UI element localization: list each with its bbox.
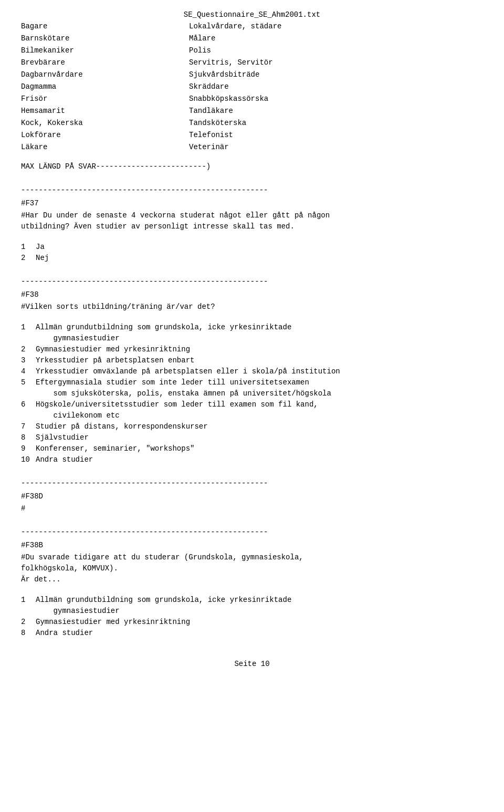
f38-num-7: 8 (21, 432, 32, 443)
f38-answer-0: 1 Allmän grundutbildning som grundskola,… (21, 322, 483, 344)
f38b-answer-2: 8 Andra studier (21, 628, 483, 639)
f38-answer-2: 3 Yrkesstudier på arbetsplatsen enbart (21, 355, 483, 366)
occ-left-10: Läkare (21, 142, 189, 153)
f37-num-0: 1 (21, 242, 32, 253)
f38b-answer-1: 2 Gymnasiestudier med yrkesinriktning (21, 617, 483, 628)
f38-text-3: Yrkesstudier omväxlande på arbetsplatsen… (36, 366, 483, 377)
f38b-text-2: Andra studier (36, 628, 483, 639)
f38-answer-1: 2 Gymnasiestudier med yrkesinriktning (21, 344, 483, 355)
f38-question: #Vilken sorts utbildning/träning är/var … (21, 301, 483, 313)
occ-right-3: Servitris, Servitör (189, 57, 483, 68)
occ-left-8: Kock, Kokerska (21, 118, 189, 129)
f38b-divider: ----------------------------------------… (21, 527, 483, 538)
f37-divider: ----------------------------------------… (21, 185, 483, 196)
f38-num-0: 1 (21, 322, 32, 344)
f38b-answers: 1 Allmän grundutbildning som grundskola,… (21, 595, 483, 639)
f37-answer-1: 2 Nej (21, 253, 483, 264)
f37-question: #Har Du under de senaste 4 veckorna stud… (21, 210, 483, 232)
f37-text-0: Ja (36, 242, 483, 253)
f38-id: #F38 (21, 289, 483, 300)
f38-text-4: Eftergymnasiala studier som inte leder t… (36, 377, 483, 399)
f38-num-2: 3 (21, 355, 32, 366)
f38-text-5: Högskole/universitetsstudier som leder t… (36, 399, 483, 421)
f38d-divider: ----------------------------------------… (21, 478, 483, 489)
filename: SE_Questionnaire_SE_Ahm2001.txt (184, 11, 320, 19)
occ-left-6: Frisör (21, 93, 189, 105)
f38-text-8: Konferenser, seminarier, "workshops" (36, 443, 483, 454)
occ-left-4: Dagbarnvårdare (21, 69, 189, 80)
f38-answer-4: 5 Eftergymnasiala studier som inte leder… (21, 377, 483, 399)
section-f38: ----------------------------------------… (21, 276, 483, 465)
occ-right-1: Målare (189, 33, 483, 44)
f38b-num-0: 1 (21, 595, 32, 617)
section-f37: ----------------------------------------… (21, 185, 483, 264)
f38-answer-7: 8 Självstudier (21, 432, 483, 443)
occ-left-3: Brevbärare (21, 57, 189, 68)
page-footer: Seite 10 (21, 660, 483, 668)
occ-right-9: Telefonist (189, 130, 483, 141)
occ-right-10: Veterinär (189, 142, 483, 153)
f38-num-5: 6 (21, 399, 32, 421)
f38d-body: # (21, 503, 483, 514)
f38-text-7: Självstudier (36, 432, 483, 443)
f38-num-9: 10 (21, 454, 32, 465)
f38-num-4: 5 (21, 377, 32, 399)
section-f38d: ----------------------------------------… (21, 478, 483, 514)
f38b-num-1: 2 (21, 617, 32, 628)
f38-num-8: 9 (21, 443, 32, 454)
occ-right-4: Sjukvårdsbiträde (189, 69, 483, 80)
occ-right-8: Tandsköterska (189, 118, 483, 129)
f38-answer-3: 4 Yrkesstudier omväxlande på arbetsplats… (21, 366, 483, 377)
occ-right-6: Snabbköpskassörska (189, 93, 483, 105)
f38-answer-8: 9 Konferenser, seminarier, "workshops" (21, 443, 483, 454)
f38-answer-5: 6 Högskole/universitetsstudier som leder… (21, 399, 483, 421)
occ-right-0: Lokalvårdare, städare (189, 21, 483, 32)
f38d-id: #F38D (21, 491, 483, 502)
occ-left-7: Hemsamarit (21, 106, 189, 117)
page-content: SE_Questionnaire_SE_Ahm2001.txt Bagare L… (21, 11, 483, 668)
f38-divider: ----------------------------------------… (21, 276, 483, 287)
f38b-text-1: Gymnasiestudier med yrkesinriktning (36, 617, 483, 628)
f38b-num-2: 8 (21, 628, 32, 639)
f38-answer-9: 10 Andra studier (21, 454, 483, 465)
occupation-list: Bagare Lokalvårdare, städare Barnskötare… (21, 21, 483, 153)
f37-answers: 1 Ja 2 Nej (21, 242, 483, 264)
f37-text-1: Nej (36, 253, 483, 264)
f38-num-1: 2 (21, 344, 32, 355)
occ-right-2: Polis (189, 45, 483, 56)
occ-left-5: Dagmamma (21, 81, 189, 92)
f38-text-6: Studier på distans, korrespondenskurser (36, 421, 483, 432)
f37-id: #F37 (21, 198, 483, 209)
occ-left-0: Bagare (21, 21, 189, 32)
page-number: Seite 10 (234, 660, 269, 668)
f38-text-0: Allmän grundutbildning som grundskola, i… (36, 322, 483, 344)
occ-left-1: Barnskötare (21, 33, 189, 44)
occ-right-7: Tandläkare (189, 106, 483, 117)
f37-answer-0: 1 Ja (21, 242, 483, 253)
f37-num-1: 2 (21, 253, 32, 264)
f38b-id: #F38B (21, 540, 483, 551)
f38-num-6: 7 (21, 421, 32, 432)
f38-text-1: Gymnasiestudier med yrkesinriktning (36, 344, 483, 355)
occ-left-9: Lokförare (21, 130, 189, 141)
occ-left-2: Bilmekaniker (21, 45, 189, 56)
f38-text-2: Yrkesstudier på arbetsplatsen enbart (36, 355, 483, 366)
f38-text-9: Andra studier (36, 454, 483, 465)
occ-right-5: Skräddare (189, 81, 483, 92)
f38b-answer-0: 1 Allmän grundutbildning som grundskola,… (21, 595, 483, 617)
f38-answers: 1 Allmän grundutbildning som grundskola,… (21, 322, 483, 465)
f38-answer-6: 7 Studier på distans, korrespondenskurse… (21, 421, 483, 432)
f38b-question: #Du svarade tidigare att du studerar (Gr… (21, 552, 483, 585)
section-f38b: ----------------------------------------… (21, 527, 483, 639)
f38b-text-0: Allmän grundutbildning som grundskola, i… (36, 595, 483, 617)
f38-num-3: 4 (21, 366, 32, 377)
max-length-label: MAX LÄNGD PÅ SVAR-----------------------… (21, 161, 483, 172)
